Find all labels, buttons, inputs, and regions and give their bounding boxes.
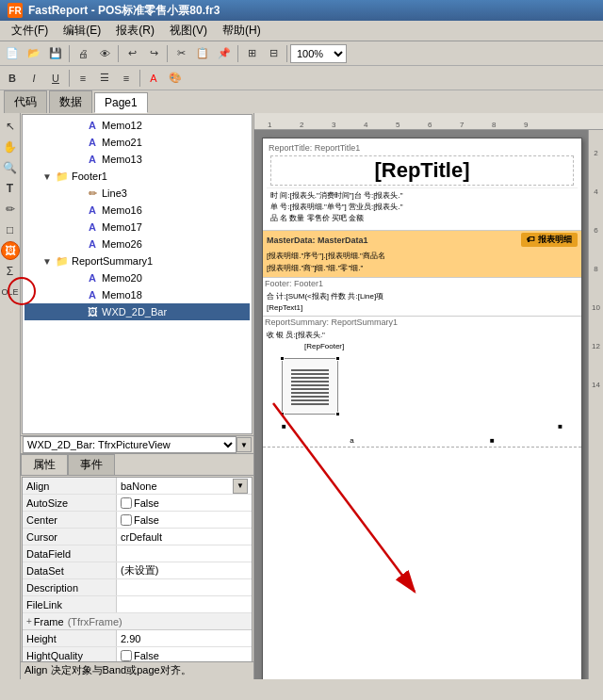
ole-tool[interactable]: OLE xyxy=(1,283,20,301)
open-button[interactable]: 📂 xyxy=(24,43,44,64)
prop-value-align[interactable]: baNone ▼ xyxy=(117,478,252,494)
hand-tool[interactable]: ✋ xyxy=(1,138,20,156)
paste-button[interactable]: 📌 xyxy=(214,43,235,64)
tree-item-memo12[interactable]: A Memo12 xyxy=(24,117,250,134)
sum-tool[interactable]: Σ xyxy=(1,262,20,281)
menu-file[interactable]: 文件(F) xyxy=(4,21,56,41)
object-dropdown-btn[interactable]: ▼ xyxy=(236,437,252,452)
align-right-button[interactable]: ≡ xyxy=(116,68,137,89)
redo-button[interactable]: ↪ xyxy=(143,43,164,64)
tree-item-memo26[interactable]: A Memo26 xyxy=(24,236,250,252)
prop-name-cursor: Cursor xyxy=(23,529,117,545)
draw-tool[interactable]: ✏ xyxy=(1,200,20,219)
picture-tool[interactable]: 🖼 xyxy=(1,241,20,260)
zoom-select[interactable]: 100% 75% 150% xyxy=(290,44,347,63)
tree-label: Memo12 xyxy=(102,120,142,131)
tree-item-memo13[interactable]: A Memo13 xyxy=(24,151,250,168)
tab-events[interactable]: 事件 xyxy=(68,454,115,475)
expand-icon xyxy=(70,203,85,218)
canvas-area[interactable]: ReportTitle: ReportTitle1 [RepTitle] 时 间… xyxy=(254,130,588,679)
sep6 xyxy=(69,70,70,87)
status-text: Align 决定对象与Band或page对齐。 xyxy=(24,663,191,677)
zoom-tool[interactable]: 🔍 xyxy=(1,158,20,177)
ruler-mark-6: 6 xyxy=(428,121,432,129)
grid-button[interactable]: ⊞ xyxy=(241,43,262,64)
prop-row-align: Align baNone ▼ xyxy=(23,478,252,495)
prop-name-description: Description xyxy=(23,579,117,595)
ruler-mark-5: 5 xyxy=(396,121,399,129)
align-dropdown[interactable]: ▼ xyxy=(233,479,248,494)
font-color-button[interactable]: A xyxy=(143,68,164,89)
print-button[interactable]: 🖨 xyxy=(73,43,93,64)
cut-button[interactable]: ✂ xyxy=(171,43,191,64)
bold-button[interactable]: B xyxy=(2,68,23,89)
prop-value-hightquality[interactable]: False xyxy=(117,647,252,661)
prop-row-autosize: AutoSize False xyxy=(23,495,252,512)
tab-properties[interactable]: 属性 xyxy=(21,454,68,475)
tree-item-memo17[interactable]: A Memo17 xyxy=(24,219,250,236)
handle-bl xyxy=(280,412,285,416)
text-tool[interactable]: T xyxy=(1,179,20,198)
prop-row-frame[interactable]: + Frame (TfrxFrame) xyxy=(23,613,252,630)
tree-item-footer1[interactable]: ▼ 📁 Footer1 xyxy=(24,168,250,185)
ruler-mark-3: 3 xyxy=(332,121,335,129)
center-checkbox[interactable] xyxy=(121,514,132,526)
rect-tool[interactable]: □ xyxy=(1,220,20,239)
memo-icon: A xyxy=(85,220,100,235)
prop-name-center: Center xyxy=(23,512,117,528)
section-master-data: MasterData: MasterData1 🏷 报表明细 [报表明细."序号… xyxy=(263,231,581,278)
tree-item-reportsummary1[interactable]: ▼ 📁 ReportSummary1 xyxy=(24,252,250,269)
tree-label: ReportSummary1 xyxy=(72,255,153,267)
copy-button[interactable]: 📋 xyxy=(192,43,213,64)
new-button[interactable]: 📄 xyxy=(2,43,23,64)
preview-button[interactable]: 👁 xyxy=(94,43,115,64)
tree-item-wxd2dbar[interactable]: 🖼 WXD_2D_Bar xyxy=(24,303,250,320)
props-grid: Align baNone ▼ AutoSize False xyxy=(22,477,253,661)
tree-item-line3[interactable]: ✏ Line3 xyxy=(24,185,250,202)
prop-value-height[interactable]: 2.90 xyxy=(117,630,252,646)
autosize-checkbox[interactable] xyxy=(121,497,132,509)
prop-value-datafield[interactable] xyxy=(117,545,252,562)
tab-page1[interactable]: Page1 xyxy=(94,92,148,113)
prop-value-cursor[interactable]: crDefault xyxy=(117,529,252,545)
properties-panel: 属性 事件 Align baNone ▼ AutoSize xyxy=(21,454,253,661)
align-left-button[interactable]: ≡ xyxy=(73,68,93,89)
prop-value-dataset[interactable]: (未设置) xyxy=(117,562,252,578)
expand-icon xyxy=(70,304,85,319)
hightquality-checkbox[interactable] xyxy=(121,650,132,661)
menu-view[interactable]: 视图(V) xyxy=(162,21,215,41)
sep2 xyxy=(118,45,119,62)
master-content: [报表明细."序号"].[报表明细."商品名 [报表明细."商"]细."细."零… xyxy=(263,249,581,277)
underline-button[interactable]: U xyxy=(45,68,66,89)
tree-area: A Memo12 A Memo21 A Memo13 xyxy=(22,114,253,434)
undo-button[interactable]: ↩ xyxy=(122,43,142,64)
tree-item-memo21[interactable]: A Memo21 xyxy=(24,134,250,151)
tree-label: Footer1 xyxy=(72,171,107,182)
prop-value-center[interactable]: False xyxy=(117,512,252,528)
save-button[interactable]: 💾 xyxy=(45,43,66,64)
menu-edit[interactable]: 编辑(E) xyxy=(56,21,108,41)
page-container: ReportTitle: ReportTitle1 [RepTitle] 时 间… xyxy=(254,130,588,679)
props-tabs: 属性 事件 xyxy=(21,454,253,476)
left-area: ↖ ✋ 🔍 T ✏ □ 🖼 Σ OLE A Memo12 xyxy=(0,113,254,679)
italic-button[interactable]: I xyxy=(24,68,44,89)
align-center-button[interactable]: ☰ xyxy=(94,68,115,89)
select-tool[interactable]: ↖ xyxy=(1,117,20,136)
prop-value-filelink[interactable] xyxy=(117,596,252,612)
tree-item-memo20[interactable]: A Memo20 xyxy=(24,269,250,286)
master-badge: 🏷 报表明细 xyxy=(521,233,578,247)
object-select-dropdown[interactable]: WXD_2D_Bar: TfrxPictureView xyxy=(23,436,236,453)
prop-value-autosize[interactable]: False xyxy=(117,495,252,511)
fill-color-button[interactable]: 🎨 xyxy=(165,68,186,89)
snap-button[interactable]: ⊟ xyxy=(263,43,284,64)
summary-content: 收 银 员:[报表头." [RepFooter] xyxy=(263,328,581,354)
tree-content: A Memo12 A Memo21 A Memo13 xyxy=(23,115,252,322)
prop-value-description[interactable] xyxy=(117,579,252,595)
tab-data[interactable]: 数据 xyxy=(49,90,92,113)
tree-item-memo16[interactable]: A Memo16 xyxy=(24,202,250,219)
tree-item-memo18[interactable]: A Memo18 xyxy=(24,286,250,303)
tree-label: WXD_2D_Bar xyxy=(102,306,167,317)
tab-code[interactable]: 代码 xyxy=(4,90,47,113)
menu-report[interactable]: 报表(R) xyxy=(108,21,162,41)
menu-help[interactable]: 帮助(H) xyxy=(215,21,269,41)
